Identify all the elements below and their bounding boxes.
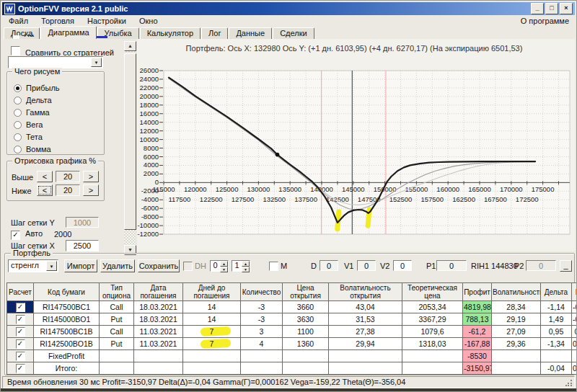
tab-log[interactable]: Лог [201,27,228,39]
calc-checkbox-cell[interactable]: ✓ [7,313,34,326]
column-header[interactable]: Дней до погашения [183,283,241,301]
chart-svg[interactable]: 2600024000220002000018000160001400012000… [137,41,575,251]
status-text: Время обновления 30 мс Profit=-3150,97 D… [7,378,405,386]
table-cell [100,350,134,362]
import-button[interactable]: Импорт [64,259,97,272]
column-header[interactable]: Теоретическая цена [402,283,463,301]
column-header[interactable]: Профит [463,283,492,301]
v2-field[interactable]: 0 [393,260,412,271]
radio-vomma[interactable]: Вомма [14,145,51,155]
menu-about[interactable]: О программе [521,17,575,25]
table-row: ✓RI147500BC1BCall11.03.202173110027,3810… [7,326,577,338]
row-checkbox[interactable]: ✓ [16,327,25,337]
svg-text:172500: 172500 [516,195,539,203]
scrollbar-thumb[interactable] [124,53,136,230]
v2-label: V2 [380,262,389,270]
menu-settings[interactable]: Настройки [81,16,133,26]
column-header[interactable]: Расчет [7,283,34,301]
title-bar[interactable]: OptionFVV версия 2.1 public _ □ × [2,2,575,15]
tab-deals[interactable]: Сделки [273,27,314,39]
calc-checkbox-cell[interactable]: ✓ [7,301,34,313]
compare-checkbox-box[interactable] [11,46,20,55]
grid-step-y-input[interactable]: 1000 [66,217,99,228]
menu-file[interactable]: Файл [2,16,35,26]
column-header[interactable]: Тип опциона [100,283,134,301]
table-cell [492,350,541,362]
tab-data[interactable]: Данные [229,27,272,39]
radio-profit[interactable]: Прибыль [14,84,60,94]
table-cell [100,362,134,375]
table-row: ✓RI145000BO1Put18.03.202114-3363031,5333… [7,313,577,326]
close-icon[interactable]: × [560,3,573,14]
grid-step-x-input[interactable]: 2500 [66,240,99,251]
calc-checkbox-cell[interactable]: ✓ [7,326,34,338]
svg-text:18000: 18000 [140,101,159,109]
collapse-panel-button[interactable]: _ [560,260,572,272]
minimize-icon[interactable]: _ [531,3,544,14]
radio-theta[interactable]: Тета [14,133,43,143]
below-decrease-button[interactable]: < [37,184,53,196]
table-cell: -0,00014 [572,313,577,326]
row-checkbox[interactable]: ✓ [16,315,25,324]
tab-diagram[interactable]: Диаграмма [40,26,96,39]
svg-text:8000: 8000 [144,144,159,152]
strategy-combo-arrow-icon[interactable]: ▼ [46,261,57,271]
svg-text:-10000: -10000 [137,221,159,229]
cursor-dot [276,153,280,157]
m-checkbox[interactable] [269,262,278,271]
d-field[interactable]: 0 [320,260,338,271]
table-cell [134,362,183,375]
row-checkbox[interactable]: ✓ [16,364,25,373]
column-header[interactable]: Код бумаги [34,283,100,301]
column-header[interactable]: Волатильность [492,283,541,301]
resize-grip-icon[interactable] [565,379,573,386]
dh-spinner-2[interactable]: 1 ▲▼ [232,260,250,272]
radio-gamma[interactable]: Гамма [14,108,50,118]
dh-checkbox[interactable] [183,262,193,271]
above-decrease-button[interactable]: < [37,171,53,182]
svg-text:122500: 122500 [200,195,223,203]
auto-step-value: 2000 [54,230,71,239]
column-header[interactable]: Дата погашения [134,283,183,301]
below-increase-button[interactable]: > [83,184,99,196]
table-cell: -3 [241,313,283,326]
v1-field[interactable]: 0 [357,260,376,271]
radio-delta[interactable]: Дельта [14,96,52,106]
strategy-select[interactable]: стренгл ▼ [8,259,58,272]
row-checkbox[interactable]: ✓ [16,339,25,349]
row-checkbox[interactable]: ✓ [16,352,25,361]
dh-spinner-1[interactable]: 0 ▲▼ [210,260,229,272]
column-header[interactable]: Волатильность открытия [329,283,402,301]
sidebar-scrollbar[interactable]: ▲ ▼ [124,41,136,255]
calc-checkbox-cell[interactable]: ✓ [7,362,34,375]
table-row: ✓RI142500BO1BPut11.03.202174136029,94131… [7,338,577,350]
calc-checkbox-cell[interactable]: ✓ [7,338,34,350]
table-cell: 31,53 [329,313,402,326]
maximize-icon[interactable]: □ [545,3,558,14]
auto-checkbox[interactable]: ✓ Авто [11,229,43,240]
column-header[interactable]: Количество [241,283,283,301]
p2-field[interactable]: 0 [526,260,556,271]
column-header[interactable]: Гамма [572,283,577,301]
table-cell: -8530 [463,350,492,362]
combo-arrow-icon[interactable]: ▼ [91,58,102,67]
column-header[interactable]: Цена открытия [283,283,329,301]
menu-trading[interactable]: Торговля [35,16,81,26]
portfolio-table-body: ✓RI147500BC1Call18.03.202114-3366043,042… [7,301,577,375]
radio-vega[interactable]: Вега [14,120,43,130]
table-cell: -167,88 [463,338,492,350]
save-button[interactable]: Сохранить [138,259,180,272]
dh-label: DH [195,262,206,270]
tab-calculator[interactable]: Калькулятор [140,27,201,39]
row-checkbox[interactable]: ✓ [16,303,25,312]
delete-button[interactable]: Удалить [100,259,135,272]
calc-checkbox-cell[interactable]: ✓ [7,350,34,362]
table-cell [134,350,183,362]
compare-strategy-checkbox[interactable]: Сравнить со стратегией [11,46,114,57]
menu-window[interactable]: Окно [133,16,164,26]
p1-field[interactable]: 0 [436,260,467,271]
column-header[interactable]: Дельта [541,283,572,301]
scroll-up-icon[interactable]: ▲ [124,41,136,51]
above-increase-button[interactable]: > [83,171,99,182]
svg-text:2000: 2000 [144,169,159,177]
